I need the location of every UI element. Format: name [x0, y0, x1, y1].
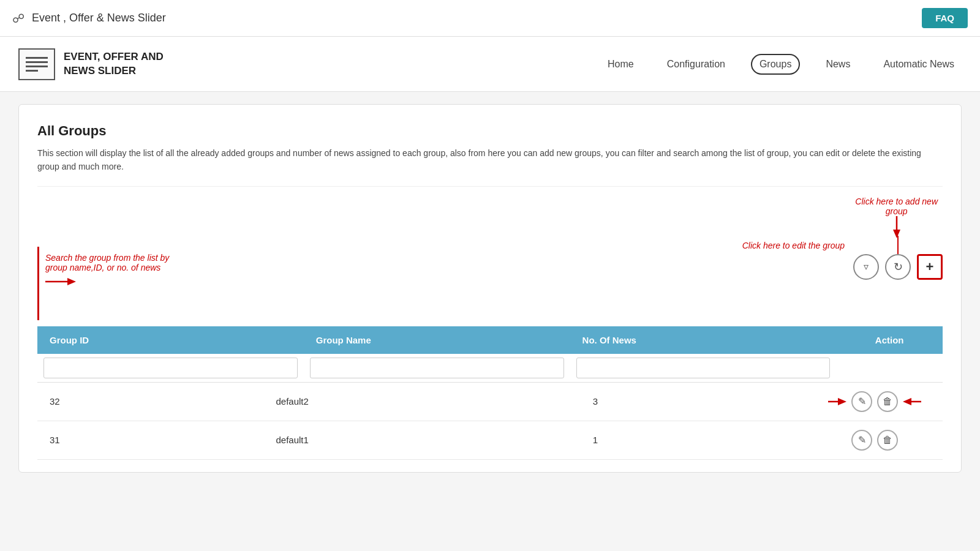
- top-bar: ☍ Event , Offer & News Slider FAQ: [0, 0, 980, 37]
- main-content: All Groups This section will display the…: [0, 92, 980, 485]
- app-icon: ☍: [12, 11, 24, 26]
- search-bracket: [37, 247, 39, 320]
- nav-item-configuration[interactable]: Configuration: [660, 55, 733, 73]
- row-32-table: 32 default2 3 ✎: [37, 383, 943, 421]
- logo-icon: [18, 48, 55, 80]
- filter-news-input[interactable]: [576, 358, 831, 378]
- edit-button-31[interactable]: ✎: [851, 430, 872, 451]
- header-row: Group IDGroup NameNo. Of NewsAction: [37, 326, 943, 354]
- add-group-button[interactable]: +: [917, 254, 943, 280]
- col-header-group-id: Group ID: [37, 326, 304, 354]
- refresh-icon: ↻: [894, 260, 903, 274]
- col-header-action: Action: [836, 326, 943, 354]
- add-icon: +: [926, 259, 934, 275]
- col-header-no-of-news: No. Of News: [570, 326, 837, 354]
- cell-news-32: 3: [581, 383, 807, 421]
- toolbar-buttons: ▿ ↻ +: [853, 254, 943, 280]
- filter-action-cell: [836, 354, 943, 383]
- filter-news-cell: [570, 354, 837, 383]
- add-group-annotation: Click here to add new group: [855, 197, 938, 216]
- filter-name-cell: [304, 354, 570, 383]
- edit-vert-line: [897, 236, 899, 254]
- refresh-button[interactable]: ↻: [885, 254, 911, 280]
- logo-text: EVENT, OFFER AND NEWS SLIDER: [64, 50, 164, 77]
- app-title: Event , Offer & News Slider: [32, 12, 166, 24]
- cell-action-32: ✎ 🗑: [807, 383, 943, 421]
- groups-table: Group IDGroup NameNo. Of NewsAction: [37, 326, 943, 383]
- cell-id-31: 31: [37, 421, 264, 460]
- cell-action-31: ✎ 🗑: [807, 421, 943, 460]
- filter-id-input[interactable]: [43, 358, 298, 378]
- filter-name-input[interactable]: [310, 358, 564, 378]
- faq-button[interactable]: FAQ: [922, 8, 968, 28]
- edit-button-32[interactable]: ✎: [851, 391, 872, 412]
- nav-item-groups[interactable]: Groups: [751, 54, 800, 75]
- edit-icon-31: ✎: [858, 434, 866, 446]
- table-wrapper: Group IDGroup NameNo. Of NewsAction: [37, 326, 943, 383]
- delete-icon-31: 🗑: [883, 435, 892, 446]
- filter-button[interactable]: ▿: [853, 254, 879, 280]
- row-32-wrapper: 32 default2 3 ✎: [37, 383, 943, 421]
- svg-marker-5: [838, 398, 846, 405]
- edit-group-annotation: Click here to edit the group: [742, 241, 845, 250]
- groups-card: All Groups This section will display the…: [18, 104, 962, 473]
- card-title: All Groups: [37, 123, 943, 139]
- delete-button-31[interactable]: 🗑: [877, 430, 898, 451]
- nav-item-news[interactable]: News: [818, 55, 858, 73]
- table-row-32: 32 default2 3 ✎: [37, 383, 943, 421]
- action-buttons-31: ✎ 🗑: [819, 430, 930, 451]
- svg-marker-7: [903, 398, 911, 405]
- logo-area: EVENT, OFFER AND NEWS SLIDER: [18, 48, 190, 80]
- search-annotation: Search the group from the list by group …: [45, 253, 169, 272]
- logo-line-3: [26, 66, 48, 67]
- top-bar-left: ☍ Event , Offer & News Slider: [12, 11, 166, 26]
- nav-item-automatic-news[interactable]: Automatic News: [876, 55, 962, 73]
- table-row-31: 31 default1 1 ✎ 🗑: [37, 421, 943, 460]
- edit-arrow-32: [828, 397, 846, 406]
- filter-id-cell: [37, 354, 304, 383]
- cell-news-31: 1: [581, 421, 807, 460]
- search-arrow: [45, 277, 76, 286]
- header: EVENT, OFFER AND NEWS SLIDER HomeConfigu…: [0, 37, 980, 92]
- cell-id-32: 32: [37, 383, 264, 421]
- logo-line-2: [26, 61, 48, 63]
- cell-name-31: default1: [264, 421, 581, 460]
- main-nav: HomeConfigurationGroupsNewsAutomatic New…: [600, 54, 962, 75]
- col-header-group-name: Group Name: [304, 326, 570, 354]
- table-body: [37, 354, 943, 383]
- svg-marker-1: [893, 230, 900, 238]
- cell-name-32: default2: [264, 383, 581, 421]
- delete-button-32[interactable]: 🗑: [877, 391, 898, 412]
- svg-marker-3: [67, 278, 76, 285]
- delete-icon-32: 🗑: [883, 396, 892, 407]
- filter-icon: ▿: [864, 261, 869, 272]
- logo-line-4: [26, 70, 38, 72]
- table-header: Group IDGroup NameNo. Of NewsAction: [37, 326, 943, 354]
- action-buttons-32: ✎ 🗑: [819, 391, 930, 412]
- card-desc: This section will display the list of al…: [37, 146, 943, 174]
- add-group-arrow: [889, 216, 904, 238]
- delete-arrow-32: [903, 397, 921, 406]
- nav-item-home[interactable]: Home: [600, 55, 641, 73]
- filter-row: [37, 354, 943, 383]
- row-31-table: 31 default1 1 ✎ 🗑: [37, 421, 943, 460]
- edit-icon-32: ✎: [858, 395, 866, 407]
- logo-lines: [26, 57, 48, 72]
- logo-line-1: [26, 57, 48, 59]
